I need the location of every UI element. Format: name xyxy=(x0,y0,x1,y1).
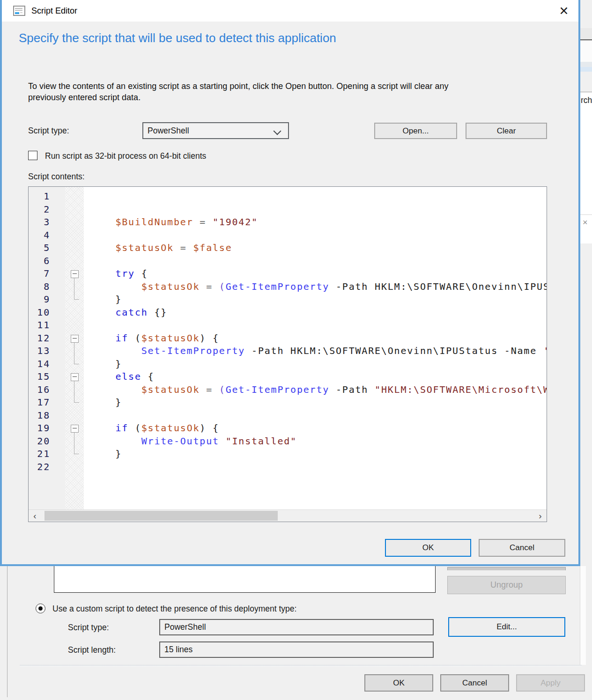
fold-marker xyxy=(65,293,84,306)
token-paren: ( xyxy=(219,281,226,292)
fold-collapse-icon[interactable] xyxy=(71,425,79,433)
line-number: 20 xyxy=(29,435,65,448)
ribbon-strip xyxy=(580,62,592,67)
token-operator: = xyxy=(200,384,219,395)
editor-line: 22 xyxy=(29,461,547,474)
fold-cell xyxy=(65,190,84,203)
custom-script-radio[interactable] xyxy=(36,604,45,613)
properties-cancel-button[interactable]: Cancel xyxy=(440,674,509,692)
line-number: 17 xyxy=(29,396,65,409)
fold-marker[interactable] xyxy=(65,422,84,435)
script-length-label: Script length: xyxy=(68,645,116,655)
token-operator: = xyxy=(193,216,213,228)
intro-text: To view the contents of an existing scri… xyxy=(28,81,536,103)
code-line: $statusOk = $false xyxy=(84,242,547,255)
radio-dot xyxy=(38,606,43,611)
editor-lines[interactable]: 123 $BuildNumber = "19042"45 $statusOk =… xyxy=(29,187,547,509)
editor-line: 12 if ($statusOk) { xyxy=(29,332,547,345)
group-button-sliver[interactable] xyxy=(447,567,566,570)
code-line: $BuildNumber = "19042" xyxy=(84,216,547,229)
ok-button[interactable]: OK xyxy=(385,539,471,557)
token-plain: } xyxy=(89,397,122,408)
window-edge xyxy=(7,566,7,697)
token-variable: $statusOk xyxy=(141,281,200,292)
cancel-button[interactable]: Cancel xyxy=(479,539,565,557)
properties-ok-button[interactable]: OK xyxy=(364,674,433,692)
code-line: } xyxy=(84,396,547,409)
editor-line: 9 } xyxy=(29,293,547,306)
line-number: 9 xyxy=(29,293,65,306)
script-type-selected-value: PowerShell xyxy=(148,126,189,136)
editor-line: 21 } xyxy=(29,448,547,461)
script-type-field: PowerShell xyxy=(159,619,434,635)
editor-line: 15 else { xyxy=(29,370,547,383)
line-number: 7 xyxy=(29,267,65,280)
fold-cell xyxy=(65,319,84,332)
fold-line xyxy=(74,435,74,448)
code-line: if ($statusOk) { xyxy=(84,422,547,435)
scrollbar-thumb[interactable] xyxy=(44,511,278,521)
token-variable: $statusOk xyxy=(141,422,200,434)
token-plain: ) { xyxy=(200,422,219,434)
properties-apply-button[interactable]: Apply xyxy=(516,674,585,692)
code-line: } xyxy=(84,358,547,371)
script-type-dropdown[interactable]: PowerShell xyxy=(142,122,289,139)
horizontal-scrollbar[interactable]: ‹ › xyxy=(29,509,547,522)
fold-corner xyxy=(74,402,79,403)
line-number: 3 xyxy=(29,216,65,229)
token-plain xyxy=(89,216,115,228)
line-number: 22 xyxy=(29,461,65,474)
line-number: 8 xyxy=(29,280,65,294)
editor-line: 17 } xyxy=(29,396,547,409)
code-line xyxy=(84,229,547,242)
token-plain: -Path HKLM:\SOFTWARE\Onevinn\IPUSt xyxy=(329,281,547,292)
edit-button[interactable]: Edit... xyxy=(448,617,565,637)
editor-line: 8 $statusOk = (Get-ItemProperty -Path HK… xyxy=(29,280,547,294)
line-number: 21 xyxy=(29,448,65,461)
token-plain xyxy=(89,384,141,395)
search-fragment-text: rch xyxy=(581,96,592,105)
line-number: 11 xyxy=(29,319,65,332)
token-keyword: if xyxy=(115,332,128,344)
fold-collapse-icon[interactable] xyxy=(71,373,79,381)
dialog-title: Script Editor xyxy=(31,6,77,16)
script-type-label: Script type: xyxy=(28,126,69,136)
fold-collapse-icon[interactable] xyxy=(71,335,79,343)
groupbox-right-edge xyxy=(580,566,586,665)
panel-fragment: × xyxy=(580,214,592,243)
token-cmdlet: Write-Output xyxy=(141,435,219,447)
token-plain xyxy=(89,268,115,279)
token-plain xyxy=(219,435,226,447)
scroll-left-icon[interactable]: ‹ xyxy=(29,510,41,522)
clear-button[interactable]: Clear xyxy=(466,123,547,139)
rules-list-box[interactable] xyxy=(54,566,436,593)
ungroup-button[interactable]: Ungroup xyxy=(447,576,566,594)
editor-line: 20 Write-Output "Installed" xyxy=(29,435,547,448)
token-variable: $BuildNumber xyxy=(115,216,193,228)
editor-line: 11 xyxy=(29,319,547,332)
token-plain: {} xyxy=(148,307,168,318)
fold-marker[interactable] xyxy=(65,370,84,383)
open-button[interactable]: Open... xyxy=(374,123,457,139)
token-plain xyxy=(89,332,115,344)
token-string: "Installed" xyxy=(226,435,297,447)
editor-line: 18 xyxy=(29,409,547,422)
token-paren: ( xyxy=(219,384,226,395)
scroll-right-icon[interactable]: › xyxy=(534,510,547,522)
code-line xyxy=(84,319,547,332)
token-cmdlet: Get-ItemProperty xyxy=(226,281,329,292)
script-code-editor[interactable]: 123 $BuildNumber = "19042"45 $statusOk =… xyxy=(28,186,547,522)
code-line: $statusOk = (Get-ItemProperty -Path "HKL… xyxy=(84,383,547,397)
line-number: 18 xyxy=(29,409,65,422)
close-icon[interactable]: ✕ xyxy=(554,2,574,20)
fold-line xyxy=(74,358,74,364)
run-32bit-checkbox[interactable] xyxy=(28,151,37,160)
screen: rch × Ungroup Use a custom script to det… xyxy=(0,0,592,700)
editor-line: 5 $statusOk = $false xyxy=(29,242,547,255)
fold-collapse-icon[interactable] xyxy=(71,270,79,278)
line-number: 5 xyxy=(29,242,65,255)
fold-marker xyxy=(65,345,84,358)
fold-marker[interactable] xyxy=(65,267,84,280)
fold-marker[interactable] xyxy=(65,332,84,345)
line-number: 19 xyxy=(29,422,65,435)
